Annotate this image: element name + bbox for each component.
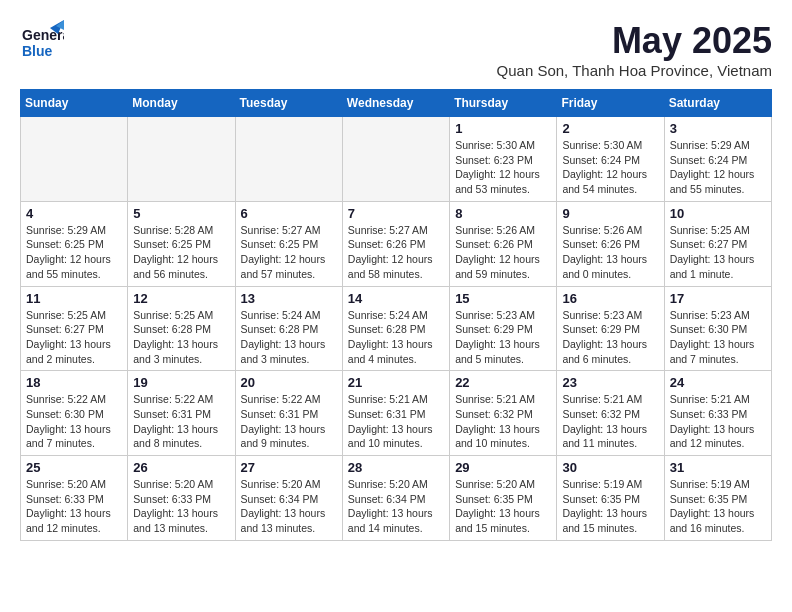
calendar-day-cell	[128, 117, 235, 202]
calendar-day-cell: 23Sunrise: 5:21 AM Sunset: 6:32 PM Dayli…	[557, 371, 664, 456]
calendar-day-cell: 16Sunrise: 5:23 AM Sunset: 6:29 PM Dayli…	[557, 286, 664, 371]
day-number: 11	[26, 291, 122, 306]
day-number: 27	[241, 460, 337, 475]
calendar-day-cell: 12Sunrise: 5:25 AM Sunset: 6:28 PM Dayli…	[128, 286, 235, 371]
day-number: 22	[455, 375, 551, 390]
calendar-day-cell: 29Sunrise: 5:20 AM Sunset: 6:35 PM Dayli…	[450, 456, 557, 541]
calendar-day-cell: 6Sunrise: 5:27 AM Sunset: 6:25 PM Daylig…	[235, 201, 342, 286]
weekday-header: Tuesday	[235, 90, 342, 117]
calendar-week-row: 11Sunrise: 5:25 AM Sunset: 6:27 PM Dayli…	[21, 286, 772, 371]
calendar-day-cell: 30Sunrise: 5:19 AM Sunset: 6:35 PM Dayli…	[557, 456, 664, 541]
day-detail: Sunrise: 5:25 AM Sunset: 6:28 PM Dayligh…	[133, 308, 229, 367]
day-detail: Sunrise: 5:27 AM Sunset: 6:25 PM Dayligh…	[241, 223, 337, 282]
calendar-day-cell: 17Sunrise: 5:23 AM Sunset: 6:30 PM Dayli…	[664, 286, 771, 371]
calendar-title: May 2025	[497, 20, 772, 62]
day-number: 8	[455, 206, 551, 221]
day-detail: Sunrise: 5:27 AM Sunset: 6:26 PM Dayligh…	[348, 223, 444, 282]
day-detail: Sunrise: 5:29 AM Sunset: 6:24 PM Dayligh…	[670, 138, 766, 197]
calendar-day-cell: 11Sunrise: 5:25 AM Sunset: 6:27 PM Dayli…	[21, 286, 128, 371]
day-detail: Sunrise: 5:19 AM Sunset: 6:35 PM Dayligh…	[562, 477, 658, 536]
weekday-header: Friday	[557, 90, 664, 117]
page-header: General Blue May 2025 Quan Son, Thanh Ho…	[20, 20, 772, 79]
day-detail: Sunrise: 5:22 AM Sunset: 6:31 PM Dayligh…	[133, 392, 229, 451]
day-number: 15	[455, 291, 551, 306]
calendar-day-cell: 8Sunrise: 5:26 AM Sunset: 6:26 PM Daylig…	[450, 201, 557, 286]
calendar-day-cell: 20Sunrise: 5:22 AM Sunset: 6:31 PM Dayli…	[235, 371, 342, 456]
calendar-day-cell: 14Sunrise: 5:24 AM Sunset: 6:28 PM Dayli…	[342, 286, 449, 371]
day-number: 25	[26, 460, 122, 475]
day-number: 24	[670, 375, 766, 390]
day-number: 14	[348, 291, 444, 306]
calendar-title-area: May 2025 Quan Son, Thanh Hoa Province, V…	[497, 20, 772, 79]
calendar-body: 1Sunrise: 5:30 AM Sunset: 6:23 PM Daylig…	[21, 117, 772, 541]
calendar-day-cell: 21Sunrise: 5:21 AM Sunset: 6:31 PM Dayli…	[342, 371, 449, 456]
calendar-week-row: 18Sunrise: 5:22 AM Sunset: 6:30 PM Dayli…	[21, 371, 772, 456]
day-detail: Sunrise: 5:30 AM Sunset: 6:24 PM Dayligh…	[562, 138, 658, 197]
day-number: 30	[562, 460, 658, 475]
calendar-day-cell: 28Sunrise: 5:20 AM Sunset: 6:34 PM Dayli…	[342, 456, 449, 541]
weekday-header: Saturday	[664, 90, 771, 117]
day-number: 6	[241, 206, 337, 221]
day-detail: Sunrise: 5:20 AM Sunset: 6:34 PM Dayligh…	[241, 477, 337, 536]
day-detail: Sunrise: 5:19 AM Sunset: 6:35 PM Dayligh…	[670, 477, 766, 536]
weekday-header: Wednesday	[342, 90, 449, 117]
day-detail: Sunrise: 5:21 AM Sunset: 6:32 PM Dayligh…	[562, 392, 658, 451]
calendar-day-cell: 15Sunrise: 5:23 AM Sunset: 6:29 PM Dayli…	[450, 286, 557, 371]
weekday-header: Sunday	[21, 90, 128, 117]
day-detail: Sunrise: 5:23 AM Sunset: 6:30 PM Dayligh…	[670, 308, 766, 367]
day-detail: Sunrise: 5:24 AM Sunset: 6:28 PM Dayligh…	[241, 308, 337, 367]
day-number: 23	[562, 375, 658, 390]
day-number: 20	[241, 375, 337, 390]
logo-icon: General Blue	[20, 20, 64, 64]
calendar-day-cell: 9Sunrise: 5:26 AM Sunset: 6:26 PM Daylig…	[557, 201, 664, 286]
calendar-table: SundayMondayTuesdayWednesdayThursdayFrid…	[20, 89, 772, 541]
calendar-day-cell: 4Sunrise: 5:29 AM Sunset: 6:25 PM Daylig…	[21, 201, 128, 286]
day-detail: Sunrise: 5:22 AM Sunset: 6:31 PM Dayligh…	[241, 392, 337, 451]
logo: General Blue	[20, 20, 64, 64]
day-number: 19	[133, 375, 229, 390]
calendar-day-cell: 18Sunrise: 5:22 AM Sunset: 6:30 PM Dayli…	[21, 371, 128, 456]
calendar-day-cell: 27Sunrise: 5:20 AM Sunset: 6:34 PM Dayli…	[235, 456, 342, 541]
day-detail: Sunrise: 5:22 AM Sunset: 6:30 PM Dayligh…	[26, 392, 122, 451]
day-number: 16	[562, 291, 658, 306]
day-number: 17	[670, 291, 766, 306]
calendar-day-cell: 19Sunrise: 5:22 AM Sunset: 6:31 PM Dayli…	[128, 371, 235, 456]
day-number: 7	[348, 206, 444, 221]
calendar-day-cell: 1Sunrise: 5:30 AM Sunset: 6:23 PM Daylig…	[450, 117, 557, 202]
calendar-subtitle: Quan Son, Thanh Hoa Province, Vietnam	[497, 62, 772, 79]
day-number: 18	[26, 375, 122, 390]
calendar-day-cell: 13Sunrise: 5:24 AM Sunset: 6:28 PM Dayli…	[235, 286, 342, 371]
day-detail: Sunrise: 5:20 AM Sunset: 6:35 PM Dayligh…	[455, 477, 551, 536]
calendar-day-cell: 10Sunrise: 5:25 AM Sunset: 6:27 PM Dayli…	[664, 201, 771, 286]
day-number: 9	[562, 206, 658, 221]
calendar-day-cell: 3Sunrise: 5:29 AM Sunset: 6:24 PM Daylig…	[664, 117, 771, 202]
weekday-header: Monday	[128, 90, 235, 117]
day-number: 26	[133, 460, 229, 475]
day-number: 3	[670, 121, 766, 136]
calendar-day-cell	[21, 117, 128, 202]
day-detail: Sunrise: 5:28 AM Sunset: 6:25 PM Dayligh…	[133, 223, 229, 282]
day-detail: Sunrise: 5:29 AM Sunset: 6:25 PM Dayligh…	[26, 223, 122, 282]
calendar-day-cell	[342, 117, 449, 202]
calendar-day-cell: 5Sunrise: 5:28 AM Sunset: 6:25 PM Daylig…	[128, 201, 235, 286]
day-detail: Sunrise: 5:20 AM Sunset: 6:34 PM Dayligh…	[348, 477, 444, 536]
calendar-day-cell: 25Sunrise: 5:20 AM Sunset: 6:33 PM Dayli…	[21, 456, 128, 541]
calendar-day-cell: 26Sunrise: 5:20 AM Sunset: 6:33 PM Dayli…	[128, 456, 235, 541]
calendar-day-cell: 2Sunrise: 5:30 AM Sunset: 6:24 PM Daylig…	[557, 117, 664, 202]
day-number: 5	[133, 206, 229, 221]
day-number: 10	[670, 206, 766, 221]
calendar-week-row: 4Sunrise: 5:29 AM Sunset: 6:25 PM Daylig…	[21, 201, 772, 286]
calendar-day-cell	[235, 117, 342, 202]
day-number: 4	[26, 206, 122, 221]
day-detail: Sunrise: 5:20 AM Sunset: 6:33 PM Dayligh…	[133, 477, 229, 536]
day-detail: Sunrise: 5:26 AM Sunset: 6:26 PM Dayligh…	[455, 223, 551, 282]
day-detail: Sunrise: 5:21 AM Sunset: 6:32 PM Dayligh…	[455, 392, 551, 451]
day-number: 29	[455, 460, 551, 475]
calendar-header-row: SundayMondayTuesdayWednesdayThursdayFrid…	[21, 90, 772, 117]
day-number: 2	[562, 121, 658, 136]
day-detail: Sunrise: 5:25 AM Sunset: 6:27 PM Dayligh…	[26, 308, 122, 367]
day-number: 28	[348, 460, 444, 475]
day-detail: Sunrise: 5:20 AM Sunset: 6:33 PM Dayligh…	[26, 477, 122, 536]
calendar-week-row: 1Sunrise: 5:30 AM Sunset: 6:23 PM Daylig…	[21, 117, 772, 202]
day-number: 31	[670, 460, 766, 475]
